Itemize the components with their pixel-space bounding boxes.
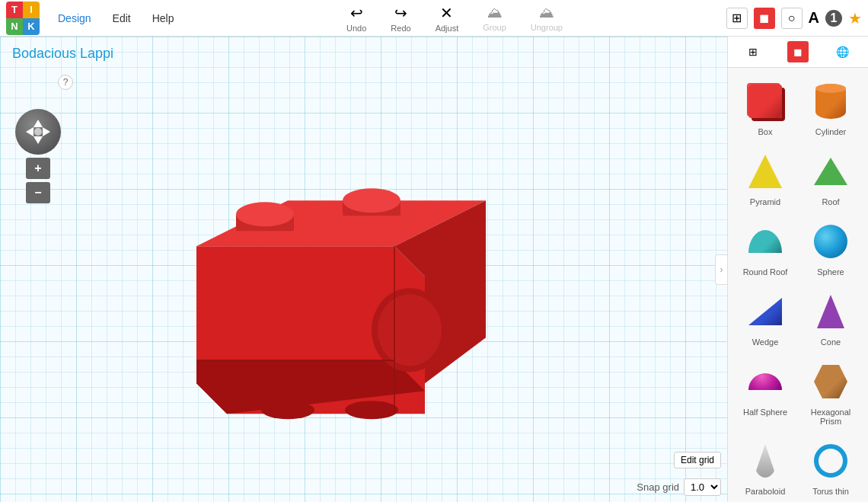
undo-icon: ↩	[350, 4, 363, 22]
shape-round-roof	[748, 230, 782, 253]
shape-cone	[817, 295, 844, 328]
sphere-view-icon[interactable]: ○	[781, 8, 803, 29]
help-icon[interactable]: ?	[58, 75, 73, 90]
shape-label-paraboloid: Paraboloid	[745, 487, 786, 496]
svg-point-17	[261, 401, 314, 419]
pan-control[interactable]	[15, 109, 61, 155]
shape-item-hexagonal-prism[interactable]: Hexagonal Prism	[799, 354, 862, 430]
svg-marker-3	[43, 127, 50, 136]
star-icon[interactable]: ★	[848, 9, 862, 27]
adjust-label: Adjust	[436, 24, 459, 33]
shape-icon-torus-thin	[808, 438, 854, 484]
3d-object	[136, 124, 516, 447]
shape-item-torus-thin[interactable]: Torus thin	[799, 433, 862, 500]
group-button[interactable]: ⛰ Group	[477, 1, 512, 35]
menu-edit[interactable]: Edit	[104, 8, 140, 29]
shapes-cube-icon[interactable]: ◼	[787, 41, 809, 62]
menu-bar: T I N K Design Edit Help ↩ Undo ↪ Redo ✕…	[0, 0, 868, 37]
panel-collapse-arrow[interactable]: ›	[715, 254, 727, 285]
shape-label-torus-thin: Torus thin	[812, 487, 849, 496]
adjust-icon: ✕	[440, 4, 453, 22]
menu-design[interactable]: Design	[49, 8, 101, 29]
panel-icons-row: ⊞ ◼ 🌐	[728, 37, 868, 68]
shape-label-pyramid: Pyramid	[750, 197, 780, 206]
ungroup-button[interactable]: ⛰ Ungroup	[525, 1, 569, 35]
shape-grid: BoxCylinderPyramidRoofRound RoofSphereWe…	[728, 68, 868, 502]
shape-label-cone: Cone	[821, 337, 841, 347]
shape-sphere	[814, 225, 847, 258]
shape-icon-half-sphere	[742, 359, 788, 404]
grid-view-icon[interactable]: ⊞	[726, 8, 748, 29]
shape-item-half-sphere[interactable]: Half Sphere	[734, 354, 796, 430]
redo-icon: ↪	[394, 4, 407, 22]
shape-item-cylinder[interactable]: Cylinder	[799, 74, 862, 141]
logo-k: K	[23, 18, 40, 35]
tinkercad-logo[interactable]: T I N K	[6, 2, 40, 35]
svg-marker-0	[34, 120, 43, 127]
undo-label: Undo	[346, 24, 366, 33]
redo-label: Redo	[391, 24, 410, 33]
logo-i: I	[23, 2, 40, 18]
cube-view-icon[interactable]: ◼	[754, 8, 775, 29]
snap-grid-select[interactable]: 1.0 0.5 2.0	[684, 478, 721, 496]
toolbar-center: ↩ Undo ↪ Redo ✕ Adjust ⛰ Group ⛰ Ungroup	[340, 1, 569, 36]
snap-grid-label: Snap grid	[637, 481, 679, 493]
right-panel: ⊞ ◼ 🌐 BoxCylinderPyramidRoofRound RoofSp…	[727, 37, 868, 502]
shapes-grid-icon[interactable]: ⊞	[742, 41, 764, 62]
shape-item-cone[interactable]: Cone	[799, 284, 862, 351]
shape-item-pyramid[interactable]: Pyramid	[734, 144, 796, 211]
shape-item-sphere[interactable]: Sphere	[799, 214, 862, 281]
lego-brick-svg	[136, 124, 516, 444]
shape-label-cylinder: Cylinder	[815, 127, 846, 136]
undo-button[interactable]: ↩ Undo	[340, 1, 372, 36]
shape-box	[748, 85, 782, 118]
project-name[interactable]: Bodacious Lappi	[12, 46, 113, 62]
shape-label-wedge: Wedge	[752, 337, 779, 347]
font-a-button[interactable]: A	[809, 9, 819, 27]
svg-point-11	[236, 202, 294, 226]
shape-label-sphere: Sphere	[817, 267, 844, 277]
shape-icon-cylinder	[808, 78, 854, 124]
shape-label-box: Box	[758, 127, 773, 136]
canvas-area[interactable]: Bodacious Lappi ? + −	[0, 37, 727, 502]
nav-controls: + −	[15, 109, 61, 203]
shape-paraboloid	[754, 444, 777, 478]
group-icon: ⛰	[487, 4, 503, 21]
shape-wedge	[748, 298, 782, 325]
snap-grid-bar: Snap grid 1.0 0.5 2.0	[637, 478, 721, 496]
shape-item-paraboloid[interactable]: Paraboloid	[734, 433, 796, 500]
group-label: Group	[483, 23, 506, 32]
svg-marker-1	[34, 136, 43, 144]
shape-icon-paraboloid	[742, 438, 788, 484]
shape-icon-pyramid	[742, 149, 788, 194]
shapes-globe-icon[interactable]: 🌐	[832, 41, 854, 62]
zoom-out-button[interactable]: −	[26, 182, 50, 203]
redo-button[interactable]: ↪ Redo	[385, 1, 416, 36]
shape-roof	[814, 158, 847, 185]
shape-icon-hexagonal-prism	[808, 359, 854, 404]
menu-help[interactable]: Help	[143, 8, 183, 29]
adjust-button[interactable]: ✕ Adjust	[429, 1, 465, 36]
number-badge[interactable]: 1	[825, 10, 842, 27]
shape-icon-sphere	[808, 219, 854, 264]
zoom-in-button[interactable]: +	[26, 158, 50, 179]
shape-label-half-sphere: Half Sphere	[743, 408, 787, 417]
edit-grid-button[interactable]: Edit grid	[674, 452, 721, 468]
main-area: Bodacious Lappi ? + −	[0, 37, 868, 502]
shape-icon-roof	[808, 149, 854, 194]
svg-marker-2	[26, 127, 34, 136]
shape-item-box[interactable]: Box	[734, 74, 796, 141]
shape-label-roof: Roof	[822, 197, 839, 206]
shape-hexagonal-prism	[814, 365, 847, 398]
shape-item-round-roof[interactable]: Round Roof	[734, 214, 796, 281]
svg-point-16	[378, 294, 442, 366]
shape-item-roof[interactable]: Roof	[799, 144, 862, 211]
shape-half-sphere	[748, 373, 782, 390]
logo-t: T	[6, 2, 23, 18]
shape-label-hexagonal-prism: Hexagonal Prism	[803, 408, 859, 426]
shape-item-wedge[interactable]: Wedge	[734, 284, 796, 351]
ungroup-icon: ⛰	[539, 4, 554, 21]
toolbar-right: ⊞ ◼ ○ A 1 ★	[726, 8, 862, 29]
shape-icon-wedge	[742, 289, 788, 334]
pan-arrows-icon	[23, 117, 53, 147]
